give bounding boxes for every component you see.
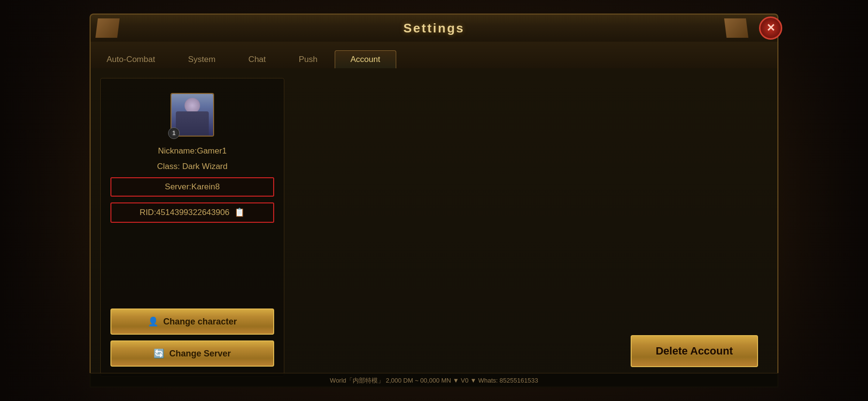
server-label: Server:Karein8: [165, 182, 219, 191]
delete-account-label: Delete Account: [656, 345, 733, 357]
tab-auto-combat[interactable]: Auto-Combat: [91, 50, 171, 68]
server-info-box: Server:Karein8: [110, 177, 274, 197]
content-area: 1 Nickname:Gamer1 Class: Dark Wizard Ser…: [90, 68, 778, 387]
close-button[interactable]: ✕: [759, 16, 782, 40]
change-server-icon: 🔄: [154, 348, 164, 359]
title-bar: Settings ✕: [90, 14, 778, 42]
dialog-title: Settings: [403, 21, 465, 36]
settings-dialog: Settings ✕ Auto-Combat System Chat Push …: [90, 14, 778, 387]
class-label: Class: Dark Wizard: [110, 162, 274, 171]
tab-chat[interactable]: Chat: [232, 50, 282, 68]
status-text: World「内部特模」 2,000 DM ~ 00,000 MN ▼ V0 ▼ …: [330, 376, 538, 385]
rid-label: RID:4514399322643906: [140, 208, 229, 217]
change-character-button[interactable]: 👤 Change character: [110, 308, 274, 335]
change-server-button[interactable]: 🔄 Change Server: [110, 340, 274, 367]
tabs-container: Auto-Combat System Chat Push Account: [90, 42, 778, 68]
status-bar: World「内部特模」 2,000 DM ~ 00,000 MN ▼ V0 ▼ …: [90, 373, 778, 387]
left-deco: [0, 0, 97, 401]
delete-account-button[interactable]: Delete Account: [631, 335, 758, 367]
change-server-label: Change Server: [169, 349, 231, 359]
avatar-container: 1: [170, 93, 214, 137]
account-panel: 1 Nickname:Gamer1 Class: Dark Wizard Ser…: [100, 78, 284, 377]
tab-system[interactable]: System: [172, 50, 232, 68]
rid-info-box: RID:4514399322643906 📋: [110, 202, 274, 223]
right-deco: [771, 0, 868, 401]
tab-push[interactable]: Push: [283, 50, 334, 68]
copy-icon[interactable]: 📋: [234, 207, 245, 218]
tab-account[interactable]: Account: [335, 50, 396, 68]
nickname-label: Nickname:Gamer1: [110, 146, 274, 156]
change-character-icon: 👤: [148, 316, 158, 327]
avatar-level-badge: 1: [168, 127, 180, 139]
change-character-label: Change character: [163, 317, 237, 327]
action-buttons: 👤 Change character 🔄 Change Server: [110, 308, 274, 367]
